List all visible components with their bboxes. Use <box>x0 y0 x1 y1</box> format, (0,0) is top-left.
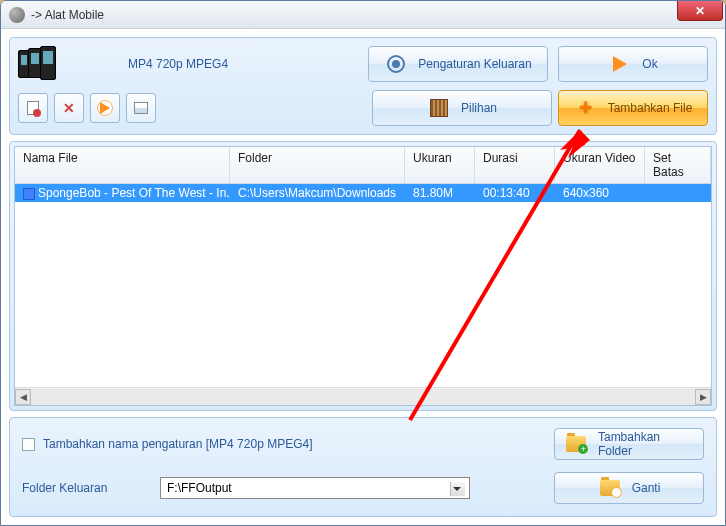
remove-file-button[interactable] <box>18 93 48 123</box>
add-file-label: Tambahkan File <box>608 101 693 115</box>
scroll-track[interactable] <box>31 389 695 405</box>
table-body[interactable]: SpongeBob - Pest Of The West - In... C:\… <box>15 184 711 387</box>
cell-folder: C:\Users\Makcum\Downloads <box>230 185 405 201</box>
add-file-button[interactable]: + Tambahkan File <box>558 90 708 126</box>
app-icon <box>9 7 25 23</box>
bottom-panel: Tambahkan nama pengaturan [MP4 720p MPEG… <box>9 417 717 517</box>
checkbox-row: Tambahkan nama pengaturan [MP4 720p MPEG… <box>22 428 704 460</box>
play-button[interactable] <box>90 93 120 123</box>
append-name-checkbox[interactable] <box>22 438 35 451</box>
append-name-label: Tambahkan nama pengaturan [MP4 720p MPEG… <box>43 437 313 451</box>
chevron-down-icon <box>453 487 461 491</box>
change-label: Ganti <box>632 481 661 495</box>
col-folder[interactable]: Folder <box>230 147 405 183</box>
file-table: Nama File Folder Ukuran Durasi Ukuran Vi… <box>14 146 712 406</box>
output-folder-label: Folder Keluaran <box>22 481 152 495</box>
cell-dim: 640x360 <box>555 185 645 201</box>
options-label: Pilihan <box>461 101 497 115</box>
play-icon <box>97 100 113 116</box>
app-window: -> Alat Mobile ✕ MP4 720p MPEG4 Pengatur… <box>0 0 726 526</box>
cell-size: 81.80M <box>405 185 475 201</box>
output-row: Folder Keluaran F:\FFOutput Ganti <box>22 472 704 504</box>
col-size[interactable]: Ukuran <box>405 147 475 183</box>
info-button[interactable] <box>126 93 156 123</box>
cell-name: SpongeBob - Pest Of The West - In... <box>38 186 230 200</box>
col-duration[interactable]: Durasi <box>475 147 555 183</box>
gear-icon <box>384 52 408 76</box>
x-icon: ✕ <box>63 100 75 116</box>
titlebar: -> Alat Mobile ✕ <box>1 1 725 29</box>
add-folder-button[interactable]: Tambahkan Folder <box>554 428 704 460</box>
close-icon: ✕ <box>695 4 705 18</box>
top-panel: MP4 720p MPEG4 Pengaturan Keluaran Ok ✕ <box>9 37 717 135</box>
horizontal-scrollbar[interactable]: ◀ ▶ <box>15 387 711 405</box>
scroll-left-icon[interactable]: ◀ <box>15 389 31 405</box>
format-row: MP4 720p MPEG4 Pengaturan Keluaran Ok <box>18 46 708 82</box>
cell-batas <box>645 192 711 194</box>
film-icon <box>427 96 451 120</box>
output-folder-select[interactable]: F:\FFOutput <box>160 477 470 499</box>
output-settings-button[interactable]: Pengaturan Keluaran <box>368 46 548 82</box>
options-button[interactable]: Pilihan <box>372 90 552 126</box>
info-icon <box>134 102 148 114</box>
format-label: MP4 720p MPEG4 <box>68 57 358 71</box>
output-settings-label: Pengaturan Keluaran <box>418 57 531 71</box>
col-batas[interactable]: Set Batas <box>645 147 711 183</box>
folder-gear-icon <box>598 476 622 500</box>
delete-button[interactable]: ✕ <box>54 93 84 123</box>
output-folder-value: F:\FFOutput <box>167 481 232 495</box>
table-row[interactable]: SpongeBob - Pest Of The West - In... C:\… <box>15 184 711 202</box>
content: MP4 720p MPEG4 Pengaturan Keluaran Ok ✕ <box>1 29 725 525</box>
window-title: -> Alat Mobile <box>31 8 104 22</box>
change-folder-button[interactable]: Ganti <box>554 472 704 504</box>
table-header: Nama File Folder Ukuran Durasi Ukuran Vi… <box>15 147 711 184</box>
close-button[interactable]: ✕ <box>677 1 723 21</box>
file-remove-icon <box>27 101 39 115</box>
ok-button[interactable]: Ok <box>558 46 708 82</box>
arrow-right-icon <box>608 52 632 76</box>
col-dim[interactable]: Ukuran Video <box>555 147 645 183</box>
toolbar-row: ✕ Pilihan + Tambahkan File <box>18 90 708 126</box>
col-name[interactable]: Nama File <box>15 147 230 183</box>
video-file-icon <box>23 188 35 200</box>
cell-duration: 00:13:40 <box>475 185 555 201</box>
file-list-panel: Nama File Folder Ukuran Durasi Ukuran Vi… <box>9 141 717 411</box>
ok-label: Ok <box>642 57 657 71</box>
scroll-right-icon[interactable]: ▶ <box>695 389 711 405</box>
folder-add-icon <box>565 432 588 456</box>
plus-icon: + <box>574 96 598 120</box>
device-icon <box>18 46 58 82</box>
add-folder-label: Tambahkan Folder <box>598 430 693 458</box>
